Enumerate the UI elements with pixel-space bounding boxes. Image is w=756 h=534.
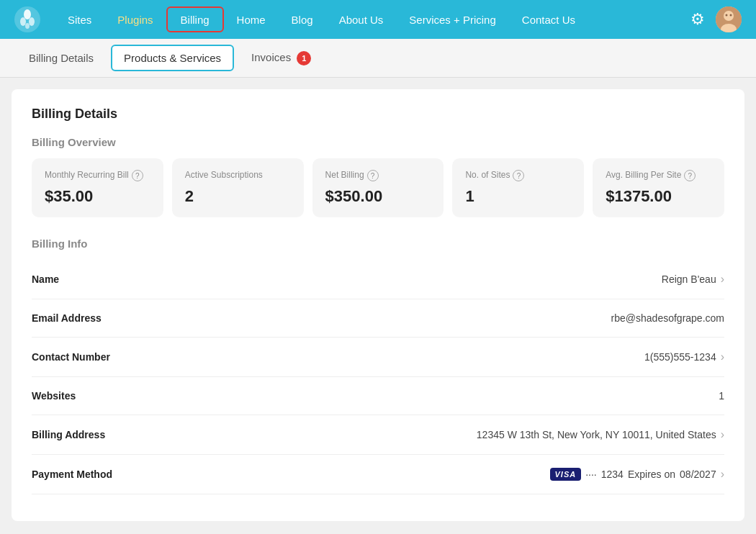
- main-content: Billing Details Billing Overview Monthly…: [12, 89, 744, 521]
- info-label-contact: Contact Number: [32, 351, 110, 363]
- logo-icon[interactable]: [14, 6, 40, 32]
- info-row-email: Email Address rbe@shadesofgrape.com: [32, 299, 724, 338]
- nav-item-sites[interactable]: Sites: [55, 0, 104, 39]
- nav-item-contact[interactable]: Contact Us: [509, 0, 588, 39]
- help-monthly-recurring[interactable]: ?: [132, 170, 143, 181]
- top-nav: Sites Plugins Billing Home Blog About Us…: [0, 0, 756, 39]
- invoices-label: Invoices: [251, 51, 291, 63]
- card-monthly-recurring-label: Monthly Recurring Bill ?: [45, 170, 150, 181]
- nav-item-about[interactable]: About Us: [326, 0, 397, 39]
- nav-items: Sites Plugins Billing Home Blog About Us…: [55, 0, 687, 39]
- chevron-address-icon: ›: [721, 428, 724, 441]
- help-net-billing[interactable]: ?: [367, 170, 379, 181]
- nav-right: ⚙: [687, 6, 742, 32]
- card-net-billing-value: $350.00: [325, 187, 431, 206]
- svg-point-6: [724, 11, 734, 21]
- visa-badge: VISA: [550, 468, 582, 481]
- card-avg-billing-label: Avg. Billing Per Site ?: [606, 170, 711, 181]
- info-label-payment: Payment Method: [32, 469, 112, 480]
- info-value-email: rbe@shadesofgrape.com: [611, 312, 724, 324]
- chevron-contact-icon: ›: [721, 350, 724, 363]
- card-monthly-recurring: Monthly Recurring Bill ? $35.00: [32, 158, 163, 217]
- avatar[interactable]: [716, 6, 742, 32]
- page-title: Billing Details: [32, 107, 724, 122]
- info-label-address: Billing Address: [32, 429, 105, 440]
- nav-item-blog[interactable]: Blog: [279, 0, 326, 39]
- settings-icon[interactable]: ⚙: [687, 9, 708, 30]
- card-avg-billing: Avg. Billing Per Site ? $1375.00: [593, 158, 724, 217]
- card-active-subscriptions-label: Active Subscriptions: [185, 170, 291, 181]
- sub-nav: Billing Details Products & Services Invo…: [0, 39, 756, 78]
- nav-item-plugins[interactable]: Plugins: [104, 0, 166, 39]
- info-row-websites: Websites 1: [32, 377, 724, 415]
- chevron-payment-icon: ›: [721, 468, 724, 481]
- overview-section-title: Billing Overview: [32, 136, 724, 148]
- avatar-image: [716, 6, 742, 32]
- card-active-subscriptions-value: 2: [185, 187, 291, 206]
- info-row-address[interactable]: Billing Address 12345 W 13th St, New Yor…: [32, 415, 724, 455]
- svg-point-3: [29, 17, 35, 26]
- card-no-of-sites-label: No. of Sites ?: [465, 170, 571, 181]
- payment-last4: 1234: [601, 469, 624, 480]
- help-avg-billing[interactable]: ?: [684, 170, 696, 181]
- svg-point-1: [24, 9, 31, 19]
- svg-point-4: [25, 23, 30, 29]
- info-value-name: Reign B'eau ›: [662, 273, 724, 286]
- info-value-address: 12345 W 13th St, New York, NY 10011, Uni…: [477, 428, 724, 441]
- info-section-title: Billing Info: [32, 237, 724, 250]
- card-net-billing: Net Billing ? $350.00: [312, 158, 444, 217]
- subnav-products-services[interactable]: Products & Services: [111, 45, 234, 71]
- info-value-payment: VISA ···· 1234 Expires on 08/2027 ›: [550, 468, 725, 481]
- svg-point-2: [20, 17, 26, 26]
- payment-expires-label: Expires on: [628, 469, 675, 480]
- info-row-contact[interactable]: Contact Number 1(555)555-1234 ›: [32, 338, 724, 377]
- info-label-websites: Websites: [32, 390, 76, 402]
- info-label-email: Email Address: [32, 312, 102, 324]
- subnav-invoices[interactable]: Invoices 1: [240, 45, 323, 71]
- info-label-name: Name: [32, 273, 59, 285]
- card-active-subscriptions: Active Subscriptions 2: [172, 158, 304, 217]
- payment-dots: ····: [585, 469, 597, 480]
- info-value-websites: 1: [719, 390, 724, 402]
- card-no-of-sites-value: 1: [465, 187, 571, 206]
- nav-item-services[interactable]: Services + Pricing: [396, 0, 508, 39]
- card-no-of-sites: No. of Sites ? 1: [452, 158, 584, 217]
- info-row-name[interactable]: Name Reign B'eau ›: [32, 260, 724, 299]
- svg-point-9: [730, 14, 732, 17]
- invoices-badge: 1: [297, 51, 311, 65]
- payment-expires-date: 08/2027: [680, 469, 716, 480]
- info-value-contact: 1(555)555-1234 ›: [644, 350, 724, 363]
- nav-item-home[interactable]: Home: [224, 0, 279, 39]
- card-avg-billing-value: $1375.00: [606, 187, 711, 206]
- svg-point-8: [726, 14, 728, 17]
- subnav-billing-details[interactable]: Billing Details: [17, 46, 105, 70]
- overview-cards: Monthly Recurring Bill ? $35.00 Active S…: [32, 158, 724, 217]
- nav-item-billing[interactable]: Billing: [166, 6, 224, 32]
- help-no-of-sites[interactable]: ?: [513, 170, 524, 181]
- info-row-payment[interactable]: Payment Method VISA ···· 1234 Expires on…: [32, 455, 724, 494]
- billing-info-section: Name Reign B'eau › Email Address rbe@sha…: [32, 260, 724, 494]
- card-net-billing-label: Net Billing ?: [325, 170, 431, 181]
- chevron-name-icon: ›: [721, 273, 724, 286]
- card-monthly-recurring-value: $35.00: [45, 187, 150, 206]
